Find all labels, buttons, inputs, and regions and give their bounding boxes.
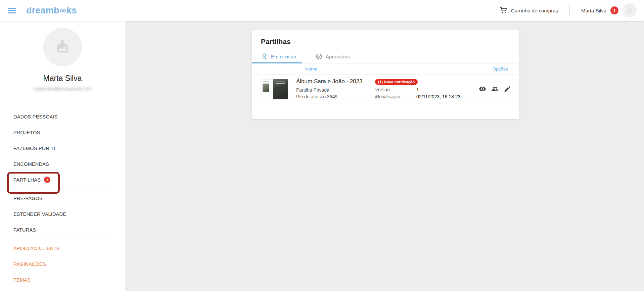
sidebar: Marta Silva marta.silva@lmcorporate.com … xyxy=(0,21,125,291)
profile-name: Marta Silva xyxy=(0,74,125,83)
row-options xyxy=(479,85,511,93)
partilhas-card: Partilhas Em revisão Aprovados xyxy=(252,30,519,119)
logo-text-part1: dreamb xyxy=(26,5,59,16)
sidebar-item-temas[interactable]: TEMAS xyxy=(0,272,125,288)
share-access-pin: Pin de acesso 3649 xyxy=(296,93,375,100)
cart-icon xyxy=(500,6,508,14)
sidebar-item-label: FATURAS xyxy=(13,227,36,233)
profile-avatar[interactable] xyxy=(43,28,82,66)
sidebar-item-label: PARTILHAS xyxy=(13,177,41,183)
tab-bar: Em revisão Aprovados xyxy=(252,50,519,63)
album-thumbnails xyxy=(261,79,296,99)
sidebar-item-label: PAGINAÇÕES xyxy=(13,261,46,267)
tab-em-revisao[interactable]: Em revisão xyxy=(252,50,302,63)
sidebar-item-dados-pessoais[interactable]: DADOS PESSOAIS xyxy=(0,109,125,125)
modified-label: Modificação xyxy=(375,94,416,99)
avatar-placeholder-icon xyxy=(52,37,73,58)
nav-divider xyxy=(13,289,111,289)
share-meta-grid: Versão 1 Modificação 02/11/2023, 16:18:2… xyxy=(375,87,466,99)
share-type: Partilha Privada xyxy=(296,87,375,93)
sidebar-nav: DADOS PESSOAIS PROJETOS FAZEMOS POR TI E… xyxy=(0,109,125,289)
user-name: Marta Silva xyxy=(581,8,606,13)
people-icon[interactable] xyxy=(491,85,499,93)
topbar-divider xyxy=(569,5,570,15)
user-menu[interactable]: Marta Silva 1 xyxy=(581,3,637,17)
sidebar-item-apoio-ao-cliente[interactable]: APOIO AO CLIENTE xyxy=(0,240,125,256)
sidebar-item-fazemos-por-ti[interactable]: FAZEMOS POR TI xyxy=(0,140,125,156)
column-header-nome[interactable]: Nome xyxy=(305,66,317,71)
share-title: Álbum Sara e João - 2023 xyxy=(296,78,375,85)
sidebar-item-partilhas[interactable]: PARTILHAS 1 xyxy=(0,172,125,188)
pencil-icon[interactable] xyxy=(504,85,511,93)
version-value: 1 xyxy=(416,87,466,92)
modified-value: 02/11/2023, 16:18:23 xyxy=(416,94,466,99)
nav-divider xyxy=(13,239,111,239)
check-circle-icon xyxy=(316,53,322,60)
page-body: Marta Silva marta.silva@lmcorporate.com … xyxy=(0,21,644,291)
sidebar-item-projetos[interactable]: PROJETOS xyxy=(0,125,125,140)
sidebar-item-encomendas[interactable]: ENCOMENDAS xyxy=(0,156,125,172)
hourglass-icon xyxy=(261,53,268,60)
app-window: dreamb ∞ ks Carrinho de compras Marta Si… xyxy=(0,0,644,291)
cart-label: Carrinho de compras xyxy=(511,8,558,13)
album-front-cover-thumbnail xyxy=(273,79,288,99)
logo-text-part2: ks xyxy=(66,5,77,16)
share-info: Álbum Sara e João - 2023 Partilha Privad… xyxy=(296,78,375,100)
profile-email-redacted: marta.silva@lmcorporate.com xyxy=(0,86,125,91)
main-content: Partilhas Em revisão Aprovados xyxy=(125,21,644,291)
tab-label: Aprovados xyxy=(326,54,350,59)
user-notification-badge: 1 xyxy=(610,6,618,14)
new-notification-badge: (1) Nova notificação xyxy=(375,79,418,85)
cart-button[interactable]: Carrinho de compras xyxy=(500,6,558,14)
sidebar-item-paginacoes[interactable]: PAGINAÇÕES xyxy=(0,256,125,272)
sidebar-item-label: PRÉ-PAGOS xyxy=(13,196,43,201)
dreambooks-logo[interactable]: dreamb ∞ ks xyxy=(26,5,77,16)
topbar-right: Carrinho de compras Marta Silva 1 xyxy=(500,3,637,17)
page-title: Partilhas xyxy=(261,38,519,46)
sidebar-item-estender-validade[interactable]: ESTENDER VALIDADE xyxy=(0,206,125,222)
sidebar-item-label: ESTENDER VALIDADE xyxy=(13,211,66,217)
share-meta: (1) Nova notificação Versão 1 Modificaçã… xyxy=(375,79,466,99)
version-label: Versão xyxy=(375,87,416,92)
nav-divider xyxy=(13,189,111,189)
avatar-placeholder-icon xyxy=(625,6,634,15)
sidebar-item-label: FAZEMOS POR TI xyxy=(13,146,55,151)
sidebar-item-faturas[interactable]: FATURAS xyxy=(0,222,125,238)
sidebar-item-label: ENCOMENDAS xyxy=(13,161,49,167)
album-back-cover-thumbnail xyxy=(261,80,271,96)
sidebar-item-label: PROJETOS xyxy=(13,130,40,135)
sidebar-item-pre-pagos[interactable]: PRÉ-PAGOS xyxy=(0,190,125,206)
tab-label: Em revisão xyxy=(271,54,296,59)
eye-icon[interactable] xyxy=(479,85,486,93)
sidebar-item-label: APOIO AO CLIENTE xyxy=(13,246,60,251)
table-header: Nome Opções xyxy=(252,63,519,75)
menu-icon[interactable] xyxy=(8,8,16,13)
sidebar-item-label: TEMAS xyxy=(13,277,31,283)
tab-aprovados[interactable]: Aprovados xyxy=(316,50,355,63)
avatar[interactable] xyxy=(623,3,637,17)
infinity-icon: ∞ xyxy=(59,5,66,16)
column-header-opcoes[interactable]: Opções xyxy=(492,66,508,71)
sidebar-item-label: DADOS PESSOAIS xyxy=(13,114,58,119)
topbar: dreamb ∞ ks Carrinho de compras Marta Si… xyxy=(0,0,644,21)
partilhas-count-badge: 1 xyxy=(44,177,50,183)
table-row[interactable]: Álbum Sara e João - 2023 Partilha Privad… xyxy=(252,75,519,103)
